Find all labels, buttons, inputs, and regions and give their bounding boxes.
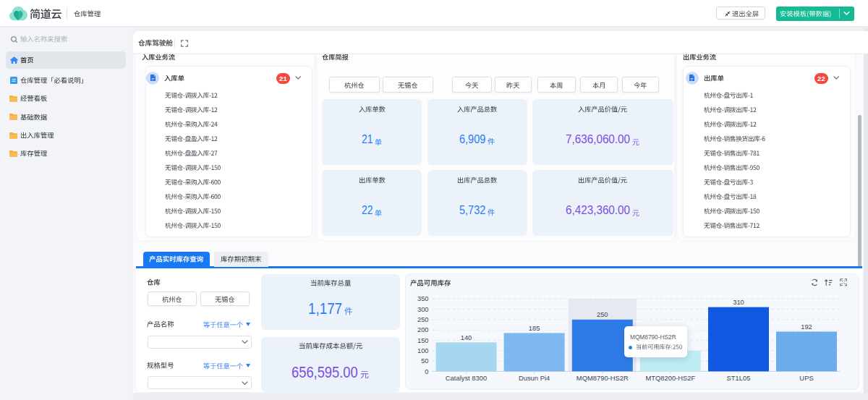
svg-text:350: 350 [417,295,429,302]
svg-text:150: 150 [417,337,429,344]
svg-text:ST1L05: ST1L05 [727,374,751,382]
svg-text:0: 0 [425,368,428,375]
svg-text:MTQ8200-HS2F: MTQ8200-HS2F [645,374,695,382]
svg-text:185: 185 [529,325,540,332]
svg-text:140: 140 [461,334,472,341]
svg-text:192: 192 [801,323,812,331]
svg-text:200: 200 [417,326,429,333]
svg-text:310: 310 [733,299,744,306]
svg-text:50: 50 [421,357,428,365]
svg-text:Dusun Pi4: Dusun Pi4 [519,374,550,382]
svg-text:250: 250 [597,311,608,318]
svg-text:300: 300 [417,306,429,313]
svg-text:UPS: UPS [799,374,813,382]
svg-text:100: 100 [417,347,429,354]
svg-text:Catalyst 8300: Catalyst 8300 [446,374,487,382]
svg-text:250: 250 [417,316,429,323]
svg-text:MQM8790-HS2R: MQM8790-HS2R [576,374,629,382]
